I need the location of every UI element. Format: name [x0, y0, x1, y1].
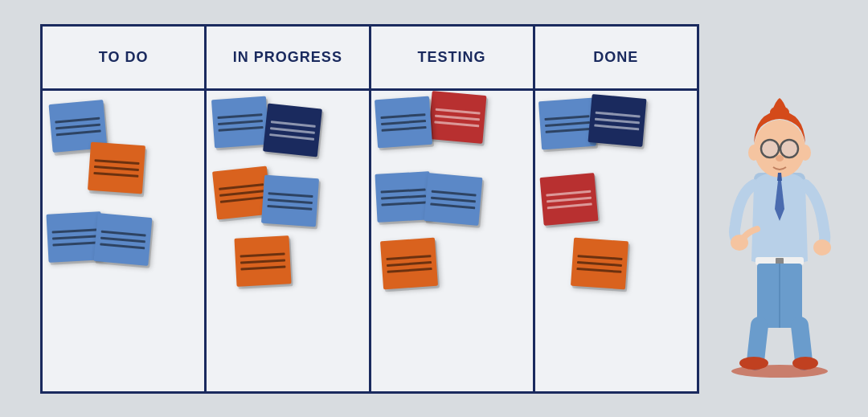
- svg-point-6: [762, 141, 778, 157]
- svg-point-19: [731, 365, 828, 378]
- note-testing-4[interactable]: [424, 173, 482, 226]
- col-done: [535, 91, 697, 391]
- note-done-3[interactable]: [539, 173, 598, 226]
- kanban-header: TO DO IN PROGRESS TESTING DONE: [43, 27, 697, 91]
- svg-point-10: [776, 155, 784, 161]
- note-inprogress-2[interactable]: [263, 103, 322, 157]
- note-done-2[interactable]: [588, 94, 646, 147]
- col-todo: [43, 91, 207, 391]
- kanban-board: TO DO IN PROGRESS TESTING DONE: [40, 24, 699, 394]
- person-illustration: [707, 24, 852, 394]
- note-testing-1[interactable]: [428, 91, 486, 144]
- col-label-inprogress: IN PROGRESS: [233, 49, 342, 66]
- note-todo-2[interactable]: [88, 141, 145, 194]
- note-inprogress-5[interactable]: [235, 235, 292, 286]
- page-wrapper: TO DO IN PROGRESS TESTING DONE: [0, 0, 868, 417]
- note-inprogress-1[interactable]: [211, 96, 269, 148]
- col-header-todo: TO DO: [43, 27, 207, 88]
- svg-rect-12: [776, 258, 784, 264]
- svg-point-8: [748, 145, 760, 161]
- note-done-4[interactable]: [571, 237, 628, 289]
- col-header-inprogress: IN PROGRESS: [207, 27, 371, 88]
- col-testing: [371, 91, 535, 391]
- note-inprogress-4[interactable]: [261, 174, 319, 227]
- kanban-body: [43, 91, 697, 391]
- svg-point-16: [813, 239, 831, 256]
- col-label-todo: TO DO: [99, 49, 149, 66]
- svg-point-9: [800, 145, 811, 161]
- col-label-testing: TESTING: [418, 49, 486, 66]
- note-testing-2[interactable]: [374, 96, 432, 148]
- svg-point-2: [770, 106, 789, 119]
- note-todo-4[interactable]: [94, 213, 153, 266]
- col-inprogress: [207, 91, 371, 391]
- col-label-done: DONE: [593, 49, 638, 66]
- note-testing-5[interactable]: [379, 237, 437, 289]
- note-testing-3[interactable]: [375, 171, 432, 222]
- col-header-testing: TESTING: [371, 27, 535, 88]
- svg-point-7: [781, 141, 797, 157]
- col-header-done: DONE: [535, 27, 697, 88]
